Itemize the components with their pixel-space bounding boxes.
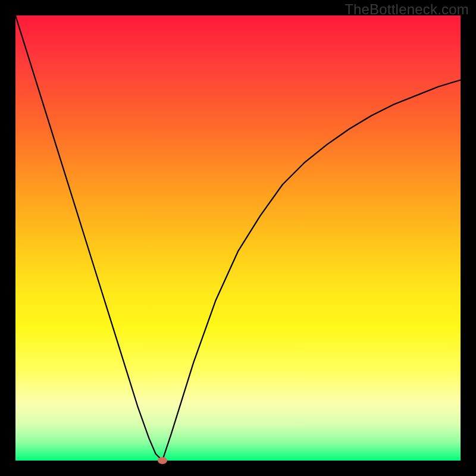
plot-area	[15, 15, 461, 461]
bottleneck-curve	[15, 15, 461, 461]
optimal-point-marker	[158, 457, 167, 464]
watermark-text: TheBottleneck.com	[345, 1, 469, 18]
chart-frame: TheBottleneck.com	[0, 0, 476, 476]
